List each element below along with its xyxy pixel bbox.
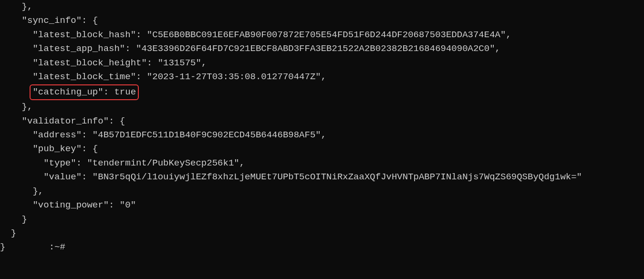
- highlight-catching-up: "catching_up": true: [30, 84, 139, 100]
- code-line: "type": "tendermint/PubKeySecp256k1",: [0, 158, 245, 168]
- code-line: },: [0, 102, 32, 112]
- shell-prompt: :~#: [49, 242, 65, 252]
- code-line: "latest_block_time": "2023-11-27T03:35:0…: [0, 72, 326, 82]
- code-line: "value": "BN3r5qQi/l1ouiywjlEZf8xhzLjeMU…: [0, 172, 582, 182]
- terminal-output[interactable]: }, "sync_info": { "latest_block_hash": "…: [0, 0, 644, 255]
- code-line: "voting_power": "0": [0, 200, 136, 210]
- code-line: "validator_info": {: [0, 116, 125, 126]
- code-line: }: [0, 242, 5, 252]
- code-line: "latest_block_hash": "C5E6B0BBC091E6EFAB…: [0, 30, 511, 40]
- code-line: }: [0, 214, 27, 225]
- code-line: },: [0, 1, 32, 12]
- prompt-host-redacted: [5, 242, 49, 252]
- code-line: "latest_block_height": "131575",: [0, 58, 207, 68]
- code-line: "latest_app_hash": "43E3396D26F64FD7C921…: [0, 43, 500, 54]
- code-line: "address": "4B57D1EDFC511D1B40F9C902ECD4…: [0, 130, 326, 140]
- code-line: "sync_info": {: [0, 15, 98, 26]
- code-line: }: [0, 228, 16, 238]
- code-line-indent: [0, 87, 32, 97]
- code-line: },: [0, 186, 43, 196]
- code-line: "pub_key": {: [0, 144, 98, 154]
